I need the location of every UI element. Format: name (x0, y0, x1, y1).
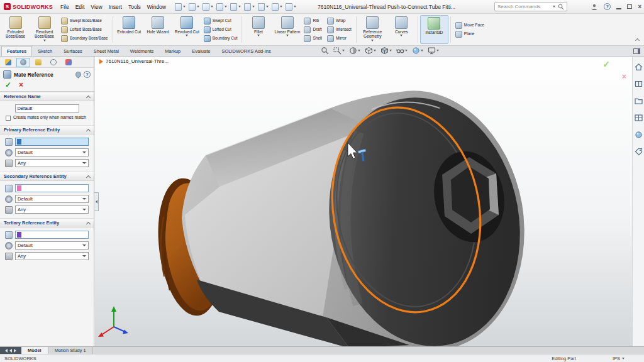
manager-tab-configuration-manager[interactable] (31, 58, 45, 67)
pin-icon[interactable] (74, 70, 82, 79)
pm-help-icon[interactable]: ? (84, 71, 91, 78)
ribbon-button-move-face[interactable]: Move Face (453, 21, 487, 30)
secondary-selection-box[interactable] (15, 184, 89, 192)
ribbon-button-revolved-cut[interactable]: Revolved Cut (173, 15, 201, 44)
taskpane-custom-properties-icon[interactable] (634, 147, 643, 159)
minimize-button[interactable] (616, 8, 621, 9)
menu-window[interactable]: Window (144, 2, 169, 12)
ribbon-button-boundary-boss-base[interactable]: Boundary Boss/Base (58, 35, 111, 43)
ribbon-button-fillet[interactable]: Fillet (244, 15, 272, 44)
close-button[interactable]: × (638, 4, 641, 10)
taskpane-view-palette-icon[interactable] (634, 113, 643, 125)
tab-weldments[interactable]: Weldments (125, 46, 159, 56)
user-icon[interactable] (591, 3, 598, 11)
qat-button-open[interactable] (189, 3, 199, 11)
qat-button-options[interactable] (286, 3, 296, 11)
tab-markup[interactable]: Markup (159, 46, 186, 56)
pm-ok-button[interactable]: ✓ (5, 81, 11, 89)
primary-alignment-dropdown[interactable]: Any (15, 159, 89, 167)
tab-sheet-metal[interactable]: Sheet Metal (88, 46, 125, 56)
tab-sketch[interactable]: Sketch (32, 46, 58, 56)
search-caret-icon[interactable] (553, 6, 555, 8)
collapse-chevron-icon[interactable] (86, 128, 91, 133)
taskpane-design-library-icon[interactable] (634, 79, 643, 91)
tertiary-alignment-dropdown[interactable]: Any (15, 252, 89, 260)
confirmation-ok-icon[interactable]: ✓ (602, 59, 610, 69)
tab-surfaces[interactable]: Surfaces (58, 46, 88, 56)
ribbon-button-rib[interactable]: Rib (301, 17, 324, 25)
model-3d-view[interactable] (95, 57, 644, 346)
match-names-option[interactable]: Create mates only when names match (5, 115, 89, 121)
tab-solidworks-add-ins[interactable]: SOLIDWORKS Add-Ins (216, 46, 276, 56)
units-selector[interactable]: IPS (613, 356, 625, 361)
tab-features[interactable]: Features (1, 46, 32, 56)
section-header[interactable]: Primary Reference Entity (0, 125, 94, 134)
manager-tab-display-manager[interactable] (62, 58, 75, 67)
ribbon-button-extruded-cut[interactable]: Extruded Cut (115, 15, 143, 44)
orientation-triad[interactable] (98, 306, 128, 337)
ribbon-button-linear-pattern[interactable]: Linear Pattern (273, 15, 301, 44)
hide-show-items-icon[interactable] (396, 47, 408, 55)
view-settings-icon[interactable] (428, 47, 439, 55)
ribbon-collapse-icon[interactable] (635, 38, 640, 43)
menu-insert[interactable]: Insert (106, 2, 125, 12)
ribbon-button-extruded-boss-base[interactable]: Extruded Boss/Base (1, 15, 30, 44)
ribbon-button-boundary-cut[interactable]: Boundary Cut (201, 35, 240, 43)
confirmation-cancel-icon[interactable]: × (622, 72, 626, 81)
ribbon-button-revolved-boss-base[interactable]: Revolved Boss/Base (30, 15, 58, 44)
ribbon-button-lofted-boss-base[interactable]: Lofted Boss/Base (58, 26, 111, 34)
checkbox[interactable] (6, 116, 11, 121)
help-icon[interactable]: ? (604, 3, 611, 10)
ribbon-button-hole-wizard[interactable]: Hole Wizard (144, 15, 172, 44)
collapse-chevron-icon[interactable] (86, 221, 91, 226)
menu-edit[interactable]: Edit (72, 2, 88, 12)
ribbon-button-mirror[interactable]: Mirror (325, 35, 354, 43)
menu-tools[interactable]: Tools (125, 2, 144, 12)
collapse-chevron-icon[interactable] (86, 95, 91, 99)
qat-button-redo[interactable] (244, 3, 255, 11)
section-view-icon[interactable] (349, 47, 360, 55)
edit-appearance-icon[interactable] (412, 47, 423, 55)
secondary-alignment-dropdown[interactable]: Any (15, 206, 89, 214)
document-flyout-tab[interactable]: 7610N116_Universal-Thre... (99, 58, 169, 64)
ribbon-button-reference-geometry[interactable]: Reference Geometry (358, 15, 387, 44)
section-header[interactable]: Tertiary Reference Entity (0, 218, 94, 228)
pm-cancel-button[interactable]: × (19, 81, 23, 89)
ribbon-button-plane[interactable]: Plane (453, 30, 487, 38)
ribbon-button-lofted-cut[interactable]: Lofted Cut (201, 26, 240, 34)
taskpane-appearances-icon[interactable] (634, 130, 643, 142)
manager-tab-feature-manager-tree[interactable] (1, 58, 15, 67)
primary-mate-type-dropdown[interactable]: Default (15, 148, 89, 156)
split-view-icon[interactable] (633, 48, 640, 54)
ribbon-button-draft[interactable]: Draft (301, 26, 324, 34)
qat-button-save[interactable] (203, 3, 213, 11)
zoom-fit-icon[interactable] (321, 47, 329, 55)
section-header[interactable]: Secondary Reference Entity (0, 172, 94, 181)
ribbon-button-intersect[interactable]: Intersect (325, 26, 354, 34)
manager-tab-dimxpert-manager[interactable] (47, 58, 60, 67)
ribbon-button-swept-boss-base[interactable]: Swept Boss/Base (58, 17, 111, 25)
tertiary-mate-type-dropdown[interactable]: Default (15, 241, 89, 250)
taskpane-home-icon[interactable] (634, 62, 643, 74)
tertiary-selection-box[interactable] (15, 231, 89, 239)
collapse-chevron-icon[interactable] (86, 175, 91, 179)
primary-selection-box[interactable] (15, 138, 89, 146)
ribbon-button-shell[interactable]: Shell (301, 35, 324, 43)
qat-button-file-properties[interactable] (272, 3, 282, 11)
qat-button-undo[interactable] (230, 3, 241, 11)
tab-scroll-buttons[interactable] (0, 347, 21, 354)
reference-name-input[interactable] (15, 104, 79, 112)
display-style-icon[interactable] (380, 47, 392, 55)
tab-evaluate[interactable]: Evaluate (186, 46, 216, 56)
bottom-tab-motion-study-1[interactable]: Motion Study 1 (48, 347, 93, 354)
taskpane-file-explorer-icon[interactable] (634, 96, 643, 108)
qat-button-new[interactable] (175, 3, 186, 11)
manager-tab-property-manager[interactable] (16, 58, 30, 67)
ribbon-button-curves[interactable]: Curves (387, 15, 416, 44)
menu-file[interactable]: File (57, 2, 72, 12)
panel-splitter[interactable] (94, 192, 99, 211)
restore-button[interactable] (627, 4, 632, 9)
qat-button-print[interactable] (216, 3, 227, 11)
bottom-tab-model[interactable]: Model (21, 347, 48, 354)
graphics-viewport[interactable]: 7610N116_Universal-Thre... ✓ × (95, 57, 644, 346)
